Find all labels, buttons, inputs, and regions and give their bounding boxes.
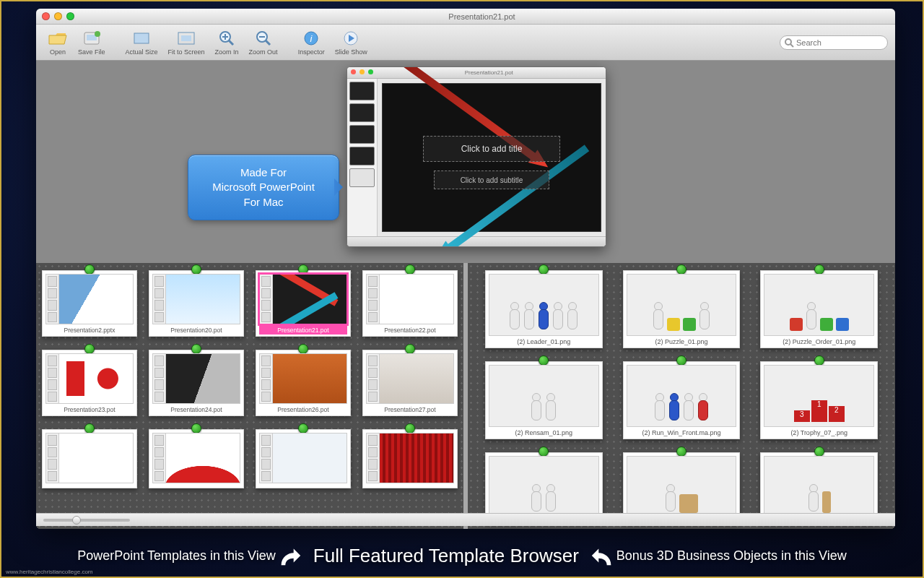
banner-right: Bonus 3D Business Objects in this View bbox=[616, 548, 847, 564]
inspector-button[interactable]: i Inspector bbox=[294, 30, 329, 56]
template-card[interactable]: Presentation24.pot bbox=[149, 350, 244, 416]
watermark: www.heritagechristiancollege.com bbox=[6, 569, 93, 575]
template-card[interactable]: Presentation20.pot bbox=[149, 270, 244, 337]
template-label: Presentation20.pot bbox=[152, 324, 240, 335]
pin-icon bbox=[298, 264, 308, 275]
object-card[interactable]: (2) Puzzle_Order_01.png bbox=[760, 270, 878, 348]
object-label: (2) Trophy_07_.png bbox=[764, 427, 874, 437]
zoom-icon[interactable] bbox=[66, 12, 74, 20]
template-label bbox=[259, 483, 347, 486]
slide-thumb[interactable] bbox=[349, 147, 375, 165]
titlebar: Presentation21.pot bbox=[36, 9, 895, 25]
zoom-out-icon bbox=[253, 30, 274, 47]
pin-icon bbox=[191, 423, 201, 434]
object-thumb bbox=[627, 365, 737, 427]
object-label: (2) Rensam_01.png bbox=[489, 427, 599, 437]
pin-icon bbox=[676, 447, 687, 457]
pin-icon bbox=[814, 447, 824, 457]
pin-icon bbox=[814, 264, 824, 275]
object-thumb: 312 bbox=[764, 365, 874, 427]
template-card[interactable]: Presentation26.pot bbox=[256, 350, 351, 416]
template-card[interactable]: Presentation23.pot bbox=[42, 350, 137, 416]
pin-icon bbox=[539, 355, 549, 366]
template-thumb bbox=[45, 433, 134, 483]
slider-thumb[interactable] bbox=[72, 516, 81, 525]
template-thumb bbox=[366, 433, 454, 483]
search-input[interactable] bbox=[780, 35, 888, 50]
svg-line-11 bbox=[266, 40, 270, 45]
templates-pane[interactable]: Presentation2.pptxPresentation20.potPres… bbox=[36, 263, 463, 529]
object-thumb bbox=[489, 456, 599, 518]
save-icon bbox=[82, 30, 102, 47]
zoom-icon[interactable] bbox=[368, 69, 373, 74]
fit-to-screen-button[interactable]: Fit to Screen bbox=[164, 30, 209, 56]
close-icon[interactable] bbox=[351, 69, 356, 74]
object-label: (2) Leader_01.png bbox=[489, 336, 599, 346]
slide-thumb[interactable] bbox=[349, 103, 375, 122]
template-browser: Presentation2.pptxPresentation20.potPres… bbox=[36, 263, 895, 529]
pin-icon bbox=[298, 423, 308, 434]
minimize-icon[interactable] bbox=[54, 12, 62, 20]
objects-pane[interactable]: (2) Leader_01.png(2) Puzzle_01.png(2) Pu… bbox=[463, 263, 895, 529]
arrow-up-icon bbox=[589, 542, 616, 569]
template-card[interactable]: Presentation21.pot bbox=[256, 270, 351, 337]
arrow-up-icon bbox=[276, 542, 303, 569]
slide-thumbnails[interactable] bbox=[347, 79, 378, 236]
object-card[interactable]: (2) Puzzle_01.png bbox=[623, 270, 741, 348]
object-thumb bbox=[764, 274, 874, 336]
svg-line-17 bbox=[790, 44, 793, 47]
mini-window-controls bbox=[351, 69, 375, 76]
slide-thumb[interactable] bbox=[349, 82, 375, 100]
subtitle-placeholder[interactable]: Click to add subtitle bbox=[434, 171, 549, 189]
callout-bubble: Made For Microsoft PowerPoint For Mac bbox=[188, 155, 339, 220]
slide-thumb[interactable] bbox=[349, 125, 375, 144]
object-label: (2) Puzzle_Order_01.png bbox=[764, 336, 874, 346]
object-card[interactable]: (2) Leader_01.png bbox=[485, 270, 603, 348]
object-card[interactable]: 312(2) Trophy_07_.png bbox=[760, 361, 878, 439]
preview-area: Made For Microsoft PowerPoint For Mac Pr… bbox=[36, 61, 895, 263]
slideshow-button[interactable]: Slide Show bbox=[331, 30, 372, 56]
search-field[interactable] bbox=[780, 35, 888, 50]
template-card[interactable]: Presentation27.pot bbox=[362, 350, 458, 416]
minimize-icon[interactable] bbox=[359, 69, 365, 74]
window-title: Presentation21.pot bbox=[74, 12, 889, 21]
close-icon[interactable] bbox=[42, 12, 50, 20]
save-button[interactable]: Save File bbox=[74, 30, 110, 56]
pin-icon bbox=[84, 423, 95, 434]
zoom-out-button[interactable]: Zoom Out bbox=[245, 30, 282, 56]
template-label: Presentation22.pot bbox=[366, 324, 454, 335]
object-card[interactable]: (2) Run_Win_Front.ma.png bbox=[623, 361, 741, 439]
search-icon bbox=[784, 38, 794, 51]
slide-canvas[interactable]: Click to add title Click to add subtitle bbox=[382, 83, 601, 232]
title-placeholder[interactable]: Click to add title bbox=[423, 136, 560, 162]
template-thumb bbox=[259, 274, 347, 324]
pin-icon bbox=[676, 355, 687, 366]
template-card[interactable]: Presentation22.pot bbox=[362, 270, 458, 337]
template-thumb bbox=[366, 353, 454, 404]
zoom-in-button[interactable]: Zoom In bbox=[211, 30, 243, 56]
template-thumb bbox=[152, 353, 240, 404]
template-thumb bbox=[45, 274, 134, 324]
object-card[interactable]: (2) Rensam_01.png bbox=[485, 361, 603, 439]
mini-statusbar bbox=[347, 236, 606, 246]
template-card[interactable] bbox=[362, 429, 458, 488]
open-button[interactable]: Open bbox=[43, 30, 72, 56]
object-thumb bbox=[489, 274, 599, 336]
banner-center: Full Featured Template Browser bbox=[313, 545, 579, 567]
pin-icon bbox=[84, 264, 95, 275]
template-card[interactable] bbox=[256, 429, 351, 488]
template-card[interactable] bbox=[149, 429, 244, 488]
pin-icon bbox=[539, 447, 549, 457]
template-card[interactable]: Presentation2.pptx bbox=[42, 270, 137, 337]
actual-size-button[interactable]: Actual Size bbox=[121, 30, 162, 56]
template-label: Presentation23.pot bbox=[45, 404, 134, 414]
template-label bbox=[366, 483, 454, 486]
pin-icon bbox=[539, 264, 549, 275]
object-label: (2) Run_Win_Front.ma.png bbox=[627, 427, 737, 437]
slide-thumb[interactable] bbox=[349, 168, 375, 187]
toolbar: Open Save File Actual Size Fit to Screen bbox=[36, 25, 895, 61]
zoom-slider[interactable] bbox=[43, 519, 130, 522]
folder-open-icon bbox=[48, 30, 68, 47]
template-label: Presentation21.pot bbox=[259, 324, 347, 335]
template-card[interactable] bbox=[42, 429, 137, 488]
